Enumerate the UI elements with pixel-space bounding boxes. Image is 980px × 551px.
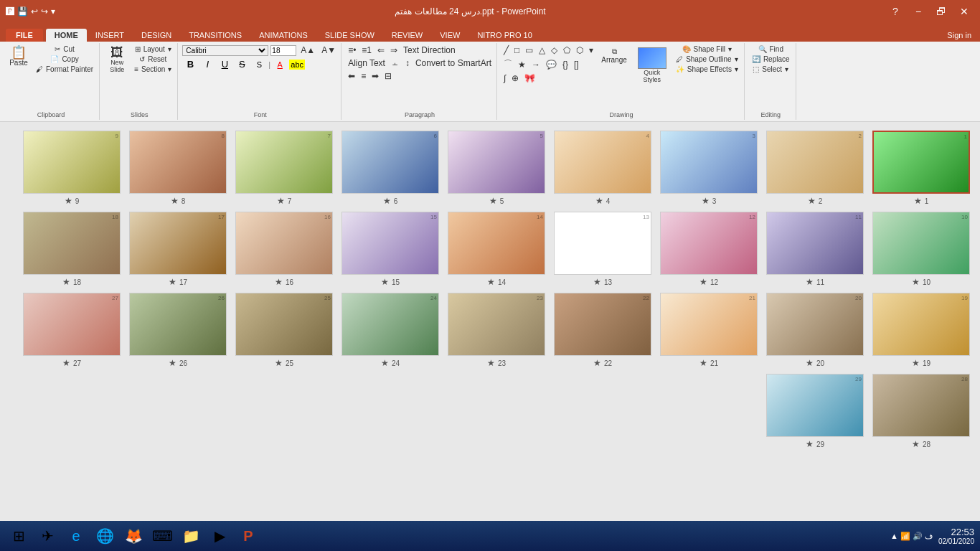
slide-star-27[interactable]: ★	[62, 358, 70, 368]
tab-home[interactable]: HOME	[46, 29, 87, 42]
taskbar-ie[interactable]: e	[63, 523, 89, 549]
bold-button[interactable]: B	[182, 58, 198, 70]
slide-item-7[interactable]: 7★7	[234, 131, 334, 206]
font-family-select[interactable]: Calibri	[182, 45, 268, 56]
shape-arrow[interactable]: →	[529, 57, 542, 71]
shape-arc[interactable]: ⌒	[501, 57, 514, 71]
redo-icon[interactable]: ↪	[41, 6, 48, 17]
slide-star-20[interactable]: ★	[806, 358, 814, 368]
line-spacing-button[interactable]: ↕	[403, 57, 412, 69]
underline-button[interactable]: U	[217, 58, 232, 70]
taskbar-clock[interactable]: 22:53 02/01/2020	[938, 527, 974, 545]
slide-item-29[interactable]: 29★29	[765, 374, 865, 449]
font-size-input[interactable]	[270, 45, 296, 56]
shape-triangle[interactable]: △	[537, 44, 547, 56]
slide-star-14[interactable]: ★	[487, 277, 495, 287]
undo-icon[interactable]: ↩	[31, 6, 38, 17]
slide-item-28[interactable]: 28★28	[871, 374, 971, 449]
slide-item-11[interactable]: 11★11	[765, 212, 865, 287]
find-button[interactable]: 🔍 Find	[749, 44, 793, 54]
taskbar-telegram[interactable]: ✈	[34, 523, 60, 549]
slide-item-18[interactable]: 18★18	[22, 212, 122, 287]
taskbar-browser2[interactable]: 🌐	[92, 523, 118, 549]
replace-button[interactable]: 🔄 Replace	[749, 55, 793, 64]
shape-effects-button[interactable]: ✨ Shape Effects▾	[673, 65, 741, 74]
slide-star-16[interactable]: ★	[275, 277, 283, 287]
slide-item-25[interactable]: 25★25	[234, 293, 334, 368]
justify-button[interactable]: ⊟	[382, 70, 394, 82]
arrange-button[interactable]: ⧉ Arrange	[598, 46, 630, 65]
copy-button[interactable]: 📄 Copy	[33, 55, 96, 64]
align-left-button[interactable]: ⬅	[346, 70, 357, 82]
tab-insert[interactable]: INSERT	[87, 29, 133, 42]
slide-star-4[interactable]: ★	[595, 196, 603, 206]
taskbar-media[interactable]: ▶	[207, 523, 232, 549]
minimize-button[interactable]: −	[908, 4, 928, 19]
slide-star-6[interactable]: ★	[383, 196, 391, 206]
text-shadow-button[interactable]: S	[251, 60, 267, 70]
taskbar-files[interactable]: 📁	[178, 523, 204, 549]
shape-more[interactable]: ▾	[587, 44, 595, 56]
taskbar-powerpoint[interactable]: P	[235, 523, 261, 549]
taskbar-firefox[interactable]: 🦊	[121, 523, 146, 549]
slide-star-28[interactable]: ★	[912, 439, 920, 449]
slide-item-17[interactable]: 17★17	[128, 212, 228, 287]
slide-item-16[interactable]: 16★16	[234, 212, 334, 287]
slide-star-12[interactable]: ★	[699, 277, 707, 287]
slide-item-23[interactable]: 23★23	[446, 293, 547, 368]
slide-star-8[interactable]: ★	[171, 196, 179, 206]
slide-item-9[interactable]: 9★9	[22, 131, 122, 206]
slide-star-3[interactable]: ★	[702, 196, 710, 206]
help-button[interactable]: ?	[885, 4, 905, 19]
slide-item-3[interactable]: 3★3	[659, 131, 759, 206]
slide-star-2[interactable]: ★	[808, 196, 816, 206]
section-button[interactable]: ≡ Section▾	[131, 65, 174, 74]
convert-smartart-button[interactable]: Convert to SmartArt	[413, 57, 494, 69]
slide-star-24[interactable]: ★	[381, 358, 389, 368]
quick-styles-button[interactable]: Quick Styles	[634, 46, 670, 85]
slide-item-4[interactable]: 4★4	[552, 131, 653, 206]
slide-item-19[interactable]: 19★19	[871, 293, 971, 368]
center-button[interactable]: ≡	[359, 70, 368, 82]
tab-animations[interactable]: ANIMATIONS	[250, 29, 316, 42]
shape-rect[interactable]: □	[512, 44, 522, 56]
slide-item-14[interactable]: 14★14	[446, 212, 547, 287]
slide-star-10[interactable]: ★	[912, 277, 920, 287]
slide-star-9[interactable]: ★	[65, 196, 72, 206]
format-painter-button[interactable]: 🖌 Format Painter	[33, 65, 96, 74]
new-slide-button[interactable]: 🖼 NewSlide	[104, 44, 130, 75]
window-controls[interactable]: ? − 🗗 ✕	[885, 4, 974, 19]
close-button[interactable]: ✕	[954, 4, 974, 19]
slide-star-21[interactable]: ★	[699, 358, 707, 368]
slide-item-21[interactable]: 21★21	[659, 293, 759, 368]
slide-star-13[interactable]: ★	[593, 277, 601, 287]
shape-brace[interactable]: {}	[560, 57, 570, 71]
shape-equation[interactable]: ∫	[501, 72, 508, 84]
numbering-button[interactable]: ≡1	[359, 44, 374, 56]
shape-ribbon[interactable]: 🎀	[522, 72, 537, 84]
slide-item-6[interactable]: 6★6	[340, 131, 440, 206]
slide-item-5[interactable]: 5★5	[446, 131, 547, 206]
shape-diamond[interactable]: ◇	[549, 44, 560, 56]
highlight-button[interactable]: abc	[289, 60, 305, 70]
slide-item-13[interactable]: 13★13	[552, 212, 653, 287]
tab-nitro[interactable]: NITRO PRO 10	[468, 29, 540, 42]
slide-item-15[interactable]: 15★15	[340, 212, 440, 287]
italic-button[interactable]: I	[199, 58, 215, 70]
slide-item-12[interactable]: 12★12	[659, 212, 759, 287]
cut-button[interactable]: ✂ Cut	[33, 44, 96, 54]
tab-design[interactable]: DESIGN	[133, 29, 180, 42]
tab-file[interactable]: FILE	[6, 29, 43, 42]
slide-star-11[interactable]: ★	[806, 277, 814, 287]
columns-button[interactable]: ⫠	[389, 57, 402, 69]
slide-star-7[interactable]: ★	[277, 196, 285, 206]
tab-review[interactable]: REVIEW	[383, 29, 431, 42]
shape-line[interactable]: ╱	[501, 44, 511, 56]
decrease-font-button[interactable]: A▼	[319, 44, 338, 56]
slide-item-20[interactable]: 20★20	[765, 293, 865, 368]
shape-bracket[interactable]: []	[572, 57, 581, 71]
slide-star-19[interactable]: ★	[912, 358, 920, 368]
shape-flow[interactable]: ⊕	[509, 72, 521, 84]
slide-item-8[interactable]: 8★8	[128, 131, 228, 206]
sign-in-button[interactable]: Sign in	[938, 29, 980, 42]
